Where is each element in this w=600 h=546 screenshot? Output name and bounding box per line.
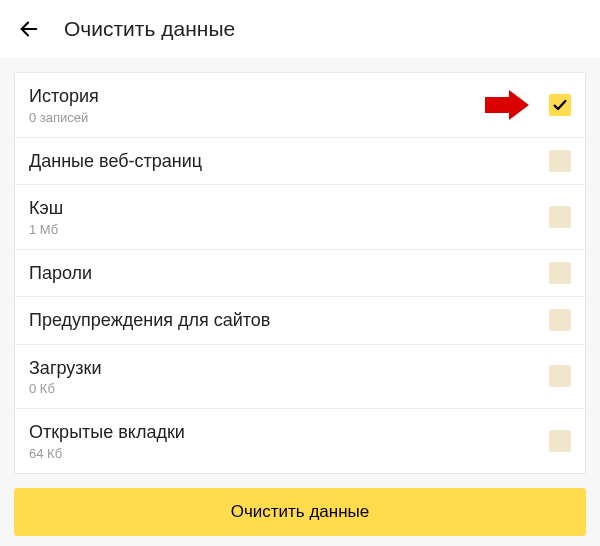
row-text: Данные веб-страниц <box>29 150 549 173</box>
row-passwords[interactable]: Пароли <box>15 250 585 298</box>
checkbox-open-tabs[interactable] <box>549 430 571 452</box>
row-title: Пароли <box>29 262 549 285</box>
checkbox-site-warnings[interactable] <box>549 309 571 331</box>
checkbox-history[interactable] <box>549 94 571 116</box>
row-text: Кэш 1 Мб <box>29 197 549 237</box>
row-subtitle: 64 Кб <box>29 446 549 461</box>
page-title: Очистить данные <box>64 17 235 41</box>
checkbox-cache[interactable] <box>549 206 571 228</box>
checkbox-downloads[interactable] <box>549 365 571 387</box>
options-panel: История 0 записей Данные веб-страниц Кэш… <box>14 72 586 474</box>
row-open-tabs[interactable]: Открытые вкладки 64 Кб <box>15 409 585 473</box>
row-title: Данные веб-страниц <box>29 150 549 173</box>
row-text: Открытые вкладки 64 Кб <box>29 421 549 461</box>
back-icon[interactable] <box>14 14 44 44</box>
row-title: Открытые вкладки <box>29 421 549 444</box>
checkbox-webpage-data[interactable] <box>549 150 571 172</box>
row-cache[interactable]: Кэш 1 Мб <box>15 185 585 250</box>
row-subtitle: 0 Кб <box>29 381 549 396</box>
row-title: Предупреждения для сайтов <box>29 309 549 332</box>
row-title: История <box>29 85 549 108</box>
row-history[interactable]: История 0 записей <box>15 73 585 138</box>
row-text: Пароли <box>29 262 549 285</box>
row-downloads[interactable]: Загрузки 0 Кб <box>15 345 585 410</box>
row-subtitle: 0 записей <box>29 110 549 125</box>
row-title: Кэш <box>29 197 549 220</box>
row-text: Загрузки 0 Кб <box>29 357 549 397</box>
row-subtitle: 1 Мб <box>29 222 549 237</box>
clear-data-button[interactable]: Очистить данные <box>14 488 586 536</box>
row-site-warnings[interactable]: Предупреждения для сайтов <box>15 297 585 345</box>
row-text: История 0 записей <box>29 85 549 125</box>
checkbox-passwords[interactable] <box>549 262 571 284</box>
row-webpage-data[interactable]: Данные веб-страниц <box>15 138 585 186</box>
header: Очистить данные <box>0 0 600 58</box>
row-text: Предупреждения для сайтов <box>29 309 549 332</box>
row-title: Загрузки <box>29 357 549 380</box>
